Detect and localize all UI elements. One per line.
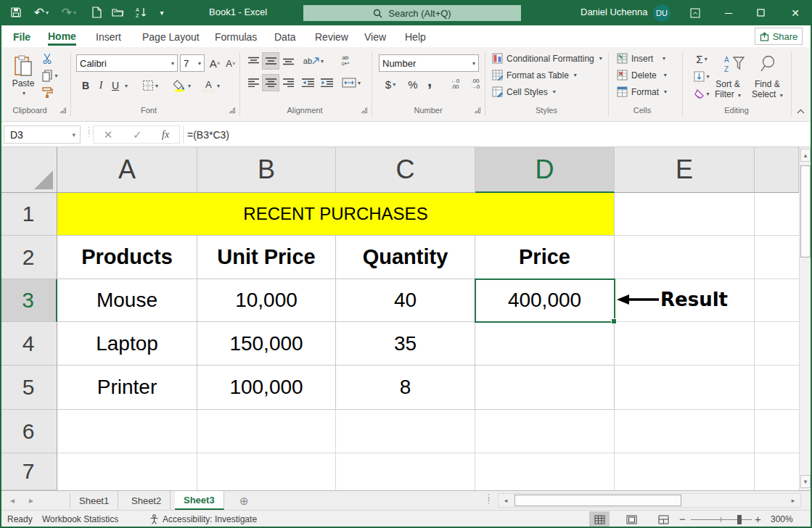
bold-button[interactable]: B [80, 78, 91, 94]
cell-a6[interactable] [57, 410, 197, 453]
cell-styles-button[interactable]: Cell Styles▾ [492, 86, 556, 97]
cell-a4[interactable]: Laptop [57, 322, 197, 366]
font-size-select[interactable]: 7▾ [180, 54, 205, 72]
column-header-b[interactable]: B [197, 147, 336, 193]
increase-decimal-icon[interactable]: ←0.00 [446, 76, 464, 92]
cut-icon[interactable] [41, 51, 55, 65]
row-header-4[interactable]: 4 [0, 322, 57, 366]
fill-icon[interactable]: ▾ [689, 69, 714, 83]
scroll-left-icon[interactable]: ◂ [500, 495, 512, 506]
cell-c5[interactable]: 8 [336, 366, 475, 410]
workbook-statistics-button[interactable]: Workbook Statistics [42, 514, 118, 524]
sort-filter-button[interactable]: Sort & Filter ▾ [715, 79, 741, 101]
delete-cells-button[interactable]: Delete▾ [617, 70, 667, 81]
enter-icon[interactable]: ✓ [133, 128, 142, 141]
new-file-icon[interactable] [89, 4, 104, 20]
zoom-slider-track[interactable] [691, 519, 752, 520]
italic-button[interactable]: I [96, 78, 106, 94]
zoom-level[interactable]: 300% [771, 514, 793, 524]
number-dialog-launcher-icon[interactable] [475, 107, 480, 113]
cell-e5[interactable] [615, 366, 755, 410]
sort-filter-icon[interactable]: AZ [718, 51, 750, 76]
align-center-icon[interactable] [263, 75, 279, 91]
number-format-select[interactable]: Number▾ [379, 54, 479, 72]
sheet-tab-sheet1[interactable]: Sheet1 [70, 491, 118, 510]
share-button[interactable]: Share [755, 28, 803, 45]
page-break-preview-icon[interactable] [653, 511, 673, 527]
maximize-button[interactable] [746, 0, 775, 25]
vertical-scroll-thumb[interactable] [800, 165, 811, 257]
align-bottom-icon[interactable] [280, 53, 296, 69]
fill-handle[interactable] [611, 318, 617, 324]
cell-f7[interactable] [755, 453, 799, 490]
avatar[interactable]: DU [653, 4, 670, 22]
find-select-button[interactable]: Find & Select ▾ [752, 79, 783, 101]
decrease-font-icon[interactable]: A˅ [223, 54, 238, 72]
cell-a5[interactable]: Printer [57, 366, 197, 410]
font-color-icon[interactable]: A ▾ [200, 78, 222, 94]
align-top-icon[interactable] [245, 53, 261, 69]
cell-b7[interactable] [197, 453, 336, 490]
cell-b4[interactable]: 150,000 [197, 322, 336, 366]
redo-icon[interactable]: ↷▾ [58, 4, 80, 20]
tab-scroll-splitter[interactable]: ⋮⋮ [485, 495, 493, 503]
copy-icon[interactable]: ▾ [39, 68, 61, 83]
cell-d5[interactable] [475, 366, 615, 410]
cell-f5[interactable] [755, 366, 799, 410]
tab-home[interactable]: Home [48, 28, 76, 46]
search-input[interactable]: Search (Alt+Q) [303, 5, 521, 21]
new-sheet-icon[interactable]: ⊕ [239, 495, 249, 508]
cell-e2[interactable] [615, 236, 755, 279]
qat-customize-icon[interactable]: ▾ [155, 4, 168, 20]
cell-f4[interactable] [755, 322, 799, 366]
underline-button[interactable]: U [110, 78, 120, 94]
cell-d6[interactable] [475, 410, 615, 453]
tab-file[interactable]: File [13, 28, 30, 46]
zoom-slider-handle[interactable] [737, 515, 742, 524]
merge-center-icon[interactable]: ▾ [338, 75, 364, 91]
cell-e7[interactable] [615, 453, 755, 490]
accounting-format-icon[interactable]: $▾ [380, 76, 401, 92]
clipboard-dialog-launcher-icon[interactable] [60, 107, 66, 113]
cell-b6[interactable] [197, 410, 336, 453]
cell-d2[interactable]: Price [475, 236, 615, 279]
minimize-button[interactable]: ─ [714, 0, 743, 25]
cell-c3[interactable]: 40 [336, 279, 475, 322]
page-layout-view-icon[interactable] [621, 511, 641, 527]
horizontal-scroll-thumb[interactable] [514, 495, 681, 506]
cell-a2[interactable]: Products [57, 236, 197, 279]
percent-style-icon[interactable]: % [405, 76, 421, 92]
tab-page-layout[interactable]: Page Layout [142, 28, 200, 46]
open-folder-icon[interactable] [109, 4, 126, 20]
format-painter-icon[interactable] [40, 85, 54, 99]
row-header-6[interactable]: 6 [0, 410, 57, 453]
paste-button[interactable]: Paste▾ [7, 50, 39, 101]
row-header-3[interactable]: 3 [0, 279, 57, 322]
alignment-dialog-launcher-icon[interactable] [361, 107, 367, 113]
row-header-1[interactable]: 1 [0, 193, 57, 236]
zoom-out-icon[interactable]: − [679, 513, 686, 525]
ribbon-display-options-icon[interactable] [681, 0, 710, 25]
cancel-icon[interactable]: ✕ [104, 128, 113, 141]
tab-review[interactable]: Review [315, 28, 348, 46]
tab-data[interactable]: Data [274, 28, 296, 46]
underline-dropdown-icon[interactable]: ▾ [122, 78, 129, 94]
cell-a3[interactable]: Mouse [57, 279, 197, 322]
cell-c6[interactable] [336, 410, 475, 453]
zoom-in-icon[interactable]: + [755, 513, 761, 525]
name-box[interactable]: D3 ▾ [4, 125, 81, 144]
increase-font-icon[interactable]: A˄ [208, 54, 222, 72]
cell-a1-merged-title[interactable]: RECENT PURCHASES [57, 193, 615, 236]
font-name-select[interactable]: Calibri▾ [76, 54, 178, 72]
scroll-up-icon[interactable]: ▴ [800, 149, 811, 162]
tab-view[interactable]: View [364, 28, 386, 46]
scroll-down-icon[interactable]: ▾ [800, 475, 811, 488]
formula-input[interactable]: =(B3*C3) [187, 129, 229, 141]
autosum-icon[interactable]: Σ▾ [689, 51, 714, 66]
cell-c2[interactable]: Quantity [336, 236, 475, 279]
cell-f1[interactable] [755, 193, 799, 236]
column-header-d[interactable]: D [475, 147, 615, 193]
cell-f3[interactable] [755, 279, 799, 322]
row-header-2[interactable]: 2 [0, 236, 57, 279]
normal-view-icon[interactable] [589, 511, 610, 527]
